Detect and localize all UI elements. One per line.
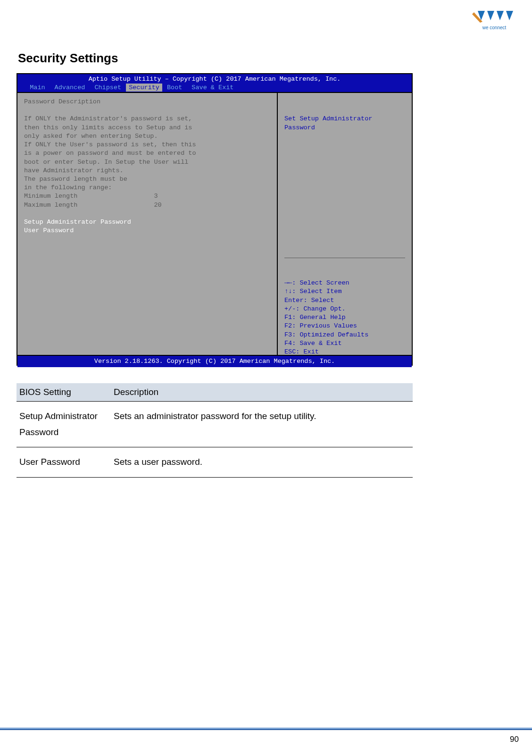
table-header-description: Description <box>111 383 413 402</box>
svg-marker-1 <box>487 11 494 20</box>
page-title: Security Settings <box>18 51 118 66</box>
bios-menu-save-exit[interactable]: Save & Exit <box>187 84 238 91</box>
table-cell-description: Sets an administrator password for the s… <box>111 402 413 447</box>
bios-utility-title: Aptio Setup Utility – Copyright (C) 2017… <box>17 75 412 84</box>
bios-nav-hints: →←: Select Screen ↑↓: Select Item Enter:… <box>284 279 405 356</box>
page-number: 90 <box>510 735 519 744</box>
bios-item-user-password[interactable]: User Password <box>24 227 270 235</box>
bios-menu-boot[interactable]: Boot <box>162 84 187 91</box>
bios-right-panel: Set Setup Administrator Password →←: Sel… <box>277 93 412 355</box>
bios-help-text: Set Setup Administrator Password <box>284 115 405 132</box>
svg-marker-3 <box>506 11 513 20</box>
bios-menu-main[interactable]: Main <box>25 84 50 91</box>
bios-left-panel: Password Description If ONLY the Adminis… <box>17 93 277 355</box>
table-cell-description: Sets a user password. <box>111 447 413 477</box>
table-row: Setup Administrator PasswordSets an admi… <box>17 402 413 447</box>
bios-screenshot: Aptio Setup Utility – Copyright (C) 2017… <box>17 73 413 366</box>
bios-header: Aptio Setup Utility – Copyright (C) 2017… <box>17 74 412 93</box>
bios-menu-advanced[interactable]: Advanced <box>50 84 90 91</box>
table-header-setting: BIOS Setting <box>17 383 111 402</box>
bios-menu-security[interactable]: Security <box>126 84 162 92</box>
logo: we connect <box>468 8 520 32</box>
table-row: User PasswordSets a user password. <box>17 447 413 477</box>
svg-marker-2 <box>497 11 504 20</box>
bios-settings-table: BIOS Setting Description Setup Administr… <box>17 383 413 478</box>
divider <box>284 258 405 258</box>
bios-menu-chipset[interactable]: Chipset <box>90 84 126 91</box>
bios-item-setup-administrator-password[interactable]: Setup Administrator Password <box>24 218 270 227</box>
table-cell-setting: Setup Administrator Password <box>17 402 111 447</box>
svg-text:we connect: we connect <box>482 25 507 30</box>
footer-bar <box>0 727 532 730</box>
bios-menubar: MainAdvancedChipsetSecurityBootSave & Ex… <box>17 84 412 92</box>
table-cell-setting: User Password <box>17 447 111 477</box>
